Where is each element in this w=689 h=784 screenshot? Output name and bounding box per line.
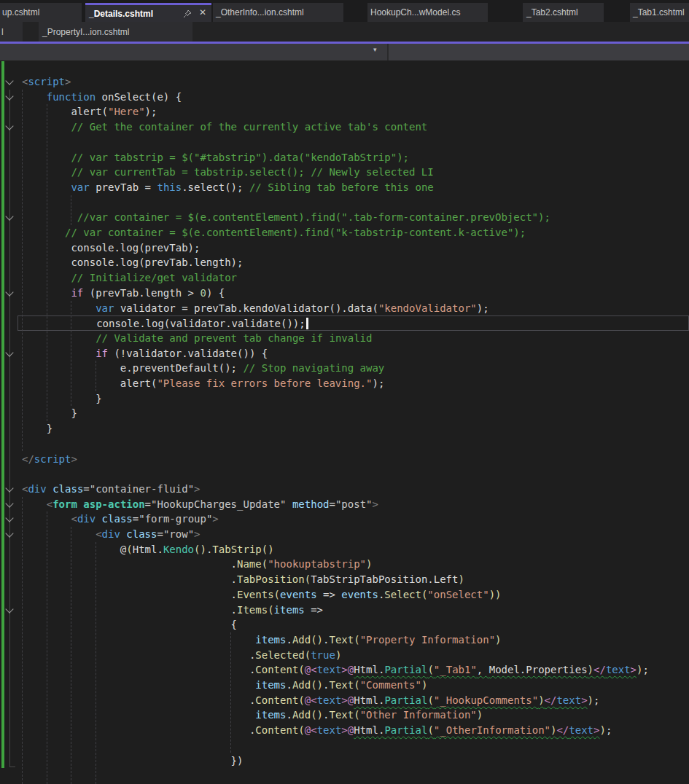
code-token: >: [341, 694, 347, 706]
tab-_Tab2.cshtml[interactable]: _Tab2.cshtml: [523, 3, 604, 22]
code-line-10[interactable]: //var container = $(e.contentElement).fi…: [17, 210, 689, 225]
code-line-45[interactable]: [17, 738, 689, 753]
fold-chevron-icon[interactable]: [5, 499, 13, 507]
tab-l[interactable]: l: [0, 22, 23, 42]
code-line-2[interactable]: function onSelect(e) {: [17, 90, 689, 105]
code-token: [22, 332, 96, 344]
code-token: =: [157, 528, 163, 540]
code-line-42[interactable]: .Content(@<text>@Html.Partial("_HookupCo…: [17, 693, 689, 708]
code-line-27[interactable]: [17, 466, 689, 482]
code-line-30[interactable]: <div class="form-group">: [17, 511, 689, 527]
code-line-19[interactable]: if (!validator.validate()) {: [17, 346, 689, 361]
code-line-14[interactable]: // Initialize/get validator: [17, 270, 689, 286]
code-line-23[interactable]: }: [17, 406, 689, 421]
code-line-15[interactable]: if (prevTab.length > 0) {: [17, 286, 689, 301]
tab-up.cshtml[interactable]: up.cshtml: [0, 3, 82, 22]
close-icon[interactable]: ✕: [199, 7, 206, 17]
code-line-39[interactable]: .Selected(true): [17, 648, 689, 663]
code-token: ;: [642, 664, 648, 675]
code-line-41[interactable]: items.Add().Text("Comments"): [17, 678, 689, 693]
fold-chevron-icon[interactable]: [5, 348, 13, 356]
fold-chevron-icon[interactable]: [5, 529, 13, 537]
code-token: [22, 709, 255, 721]
code-token: (): [311, 679, 323, 691]
code-token: </: [22, 453, 34, 465]
code-line-46[interactable]: }): [17, 753, 689, 769]
indent-guide: [71, 301, 71, 407]
code-line-3[interactable]: alert("Here");: [17, 104, 689, 119]
code-line-28[interactable]: <div class="container-fluid">: [17, 482, 689, 497]
code-line-12[interactable]: console.log(prevTab);: [17, 240, 689, 256]
code-token: [22, 755, 231, 767]
fold-chevron-icon[interactable]: [5, 514, 13, 522]
code-line-34[interactable]: .TabPosition(TabStripTabPosition.Left): [17, 572, 689, 587]
code-line-6[interactable]: // var tabstrip = $("#tabstrip").data("k…: [17, 150, 689, 165]
code-token: (: [126, 544, 132, 555]
code-token: .: [231, 558, 237, 570]
tab-_PropertyI...ion.cshtml[interactable]: _PropertyI...ion.cshtml: [39, 22, 192, 42]
fold-chevron-icon[interactable]: [5, 213, 13, 221]
code-token: "HookupCharges_Update": [151, 498, 286, 510]
code-token: <: [311, 694, 316, 706]
code-line-22[interactable]: }: [17, 391, 689, 407]
code-line-31[interactable]: <div class="row">: [17, 527, 689, 542]
code-line-18[interactable]: // Validate and prevent tab change if in…: [17, 331, 689, 346]
code-line-4[interactable]: // Get the container of the currently ac…: [17, 119, 689, 135]
tab-HookupCh...wModel.cs[interactable]: HookupCh...wModel.cs: [367, 3, 488, 22]
code-token: <: [96, 528, 101, 540]
code-token: script: [28, 76, 65, 87]
code-line-16[interactable]: var validator = prevTab.kendoValidator()…: [17, 301, 689, 316]
fold-chevron-icon[interactable]: [5, 605, 13, 613]
code-line-8[interactable]: var prevTab = this.select(); // Sibling …: [17, 180, 689, 195]
code-line-20[interactable]: e.preventDefault(); // Stop navigating a…: [17, 361, 689, 376]
code-line-35[interactable]: .Events(events => events.Select("onSelec…: [17, 587, 689, 603]
code-line-33[interactable]: .Name("hookuptabstrip"): [17, 557, 689, 572]
code-line-36[interactable]: .Items(items =>: [17, 603, 689, 618]
code-token: ): [588, 694, 593, 706]
code-line-29[interactable]: <form asp-action="HookupCharges_Update" …: [17, 497, 689, 512]
tab-_OtherInfo...ion.cshtml[interactable]: _OtherInfo...ion.cshtml: [213, 3, 343, 22]
code-token: @: [348, 664, 354, 675]
code-token: items: [255, 679, 286, 691]
code-token: alert(: [22, 377, 157, 389]
code-line-26[interactable]: </script>: [17, 452, 689, 467]
code-line-40[interactable]: .Content(@<text>@Html.Partial("_Tab1", M…: [17, 662, 689, 678]
fold-chevron-icon[interactable]: [5, 484, 13, 492]
code-line-43[interactable]: items.Add().Text("Other Information"): [17, 707, 689, 723]
code-token: "Comments": [360, 679, 421, 691]
code-line-11[interactable]: // var container = $(e.contentElement).f…: [17, 225, 689, 240]
code-token: TabStrip: [212, 544, 261, 555]
code-token: <: [311, 724, 316, 736]
editor[interactable]: <script> function onSelect(e) { alert("H…: [0, 60, 689, 784]
code-token: // var container = $(e.contentElement).f…: [65, 227, 526, 238]
code-token: <: [311, 664, 316, 675]
code-line-38[interactable]: items.Add().Text("Property Information"): [17, 632, 689, 648]
code-token: events: [280, 589, 317, 600]
navigation-bar-member-dropdown[interactable]: [389, 44, 689, 60]
fold-chevron-icon[interactable]: [5, 92, 13, 100]
code-token: Html: [354, 664, 378, 675]
code-line-25[interactable]: [17, 436, 689, 452]
tab-_Tab1.cshtml[interactable]: _Tab1.cshtml: [630, 3, 689, 22]
code-line-24[interactable]: }: [17, 421, 689, 436]
code-line-21[interactable]: alert("Please fix errors before leaving.…: [17, 376, 689, 391]
code-token: </: [556, 724, 569, 736]
code-line-13[interactable]: console.log(prevTab.length);: [17, 255, 689, 270]
code-line-7[interactable]: // var currentTab = tabstrip.select(); /…: [17, 165, 689, 180]
pin-icon[interactable]: [183, 9, 192, 18]
chevron-down-icon[interactable]: ▾: [373, 46, 377, 53]
code-line-37[interactable]: {: [17, 617, 689, 632]
code-token: Partial: [384, 724, 427, 736]
fold-chevron-icon[interactable]: [5, 77, 13, 85]
code-line-1[interactable]: <script>: [17, 74, 689, 90]
code-line-5[interactable]: [17, 135, 689, 150]
indent-guide: [47, 511, 47, 784]
fold-chevron-icon[interactable]: [5, 288, 13, 296]
code-line-9[interactable]: [17, 195, 689, 211]
code-line-32[interactable]: @(Html.Kendo().TabStrip(): [17, 542, 689, 557]
code-token: text: [556, 694, 581, 706]
code-line-17[interactable]: console.log(validator.validate());: [17, 315, 689, 331]
fold-chevron-icon[interactable]: [5, 122, 13, 130]
tab-_Details.cshtml[interactable]: _Details.cshtml✕: [85, 3, 211, 22]
code-line-44[interactable]: .Content(@<text>@Html.Partial("_OtherInf…: [17, 723, 689, 738]
